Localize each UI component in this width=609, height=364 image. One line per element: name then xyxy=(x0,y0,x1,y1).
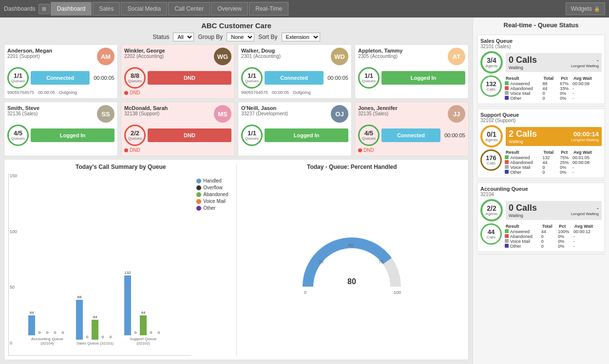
calls-label: Calls xyxy=(487,161,495,165)
call-details: 9905576457500:00:05Outgoing xyxy=(241,90,348,95)
agent-name: Jones, Jennifer xyxy=(358,105,398,111)
bar-chart-panel: Today's Call Summary by Queue 150 100 50… xyxy=(8,164,233,356)
agent-avatar: AT xyxy=(448,48,465,65)
queue-circle: 1/1 Queues xyxy=(7,67,29,89)
agent-card: Winkler, George 2202 (Accounting) WG 8/8… xyxy=(121,44,235,99)
calls-banner: 2 Calls Waiting 00:00:14 Longest Waiting xyxy=(506,127,602,146)
status-badge: Logged In xyxy=(31,128,114,142)
agents-circle: 0/1 Agents xyxy=(480,125,503,147)
queue-circle: 1/1 Queues xyxy=(358,67,380,89)
status-badge: Connected xyxy=(31,71,90,85)
nav-tab-sales[interactable]: Sales xyxy=(93,2,120,16)
queue-circle: 4/5 Queues xyxy=(7,125,29,146)
gauge-chart-title: Today - Queue: Percent Handled xyxy=(240,164,465,170)
bar-chart-title: Today's Call Summary by Queue xyxy=(8,164,233,170)
total-calls: 132 xyxy=(486,81,496,87)
queue-circle: 1/1 Queues xyxy=(241,125,263,146)
agents-label: Agents xyxy=(486,64,498,68)
status-select[interactable]: All xyxy=(173,33,194,41)
widgets-button[interactable]: Widgets 🔒 xyxy=(566,2,605,15)
agent-name: Appleton, Tammy xyxy=(358,48,402,54)
bar-group-label: Support Queue (32102) xyxy=(124,337,163,346)
lock-icon: 🔒 xyxy=(594,6,600,12)
longest-waiting-label: Longest Waiting xyxy=(571,138,599,142)
call-time: 00:00:05 xyxy=(444,132,465,138)
dnd-dot xyxy=(358,148,362,152)
group-by-select[interactable]: None xyxy=(227,33,254,41)
queue-number: 1/1 xyxy=(247,73,256,79)
queue-card-name: Sales Queue xyxy=(480,38,602,44)
bar-value: 132 xyxy=(124,271,131,275)
queue-label: Queues xyxy=(11,79,25,83)
bar-group-bars: 13204400 xyxy=(124,262,162,335)
agent-info: Winkler, George 2202 (Accounting) xyxy=(124,48,165,59)
agent-status-row: 2/2 Queues DND xyxy=(124,125,231,146)
agent-avatar: MS xyxy=(214,105,231,123)
queue-label: Queues xyxy=(128,79,142,83)
status-badge: Logged In xyxy=(381,71,465,85)
agent-ext: 32138 (Support) xyxy=(124,111,168,116)
nav-tabs: DashboardSalesSocial MediaCall CenterOve… xyxy=(51,2,288,16)
svg-text:25: 25 xyxy=(319,259,324,264)
longest-waiting-time: - xyxy=(571,56,599,64)
queue-divider xyxy=(477,180,605,181)
agent-status-row: 1/1 Queues Connected 00:00:05 xyxy=(7,67,114,89)
bar-value: 44 xyxy=(30,310,34,315)
calls-waiting-count: 2 Calls xyxy=(509,129,537,139)
agent-ext: 2201 (Support) xyxy=(7,54,52,59)
agent-status-row: 1/1 Queues Logged In xyxy=(241,125,348,146)
nav-tab-dashboard[interactable]: Dashboard xyxy=(51,2,92,16)
call-details: 9905576457500:00:05Outgoing xyxy=(7,90,114,95)
bar-value: 0 xyxy=(46,330,48,335)
bar-value: 0 xyxy=(62,330,64,335)
y-axis: 150 100 50 0 xyxy=(10,173,17,346)
calls-waiting-label: Waiting xyxy=(509,213,537,218)
calls-label: Calls xyxy=(487,87,495,91)
charts-divider xyxy=(236,164,237,356)
queue-divider xyxy=(477,254,605,255)
dnd-indicator: DND xyxy=(124,147,231,153)
agent-header: Appleton, Tammy 2305 (Accounting) AT xyxy=(358,48,465,65)
queue-number: 1/1 xyxy=(247,130,256,136)
status-label: Status xyxy=(152,34,169,40)
page-title: ABC Customer Care xyxy=(4,21,469,30)
queue-circle: 8/8 Queues xyxy=(124,67,146,89)
queue-label: Queues xyxy=(11,136,25,141)
stat-color xyxy=(505,155,509,159)
dnd-indicator: DND xyxy=(358,147,465,153)
bar-value: 0 xyxy=(54,330,56,335)
agent-name: Anderson, Megan xyxy=(7,48,52,54)
queue-label: Queues xyxy=(245,79,259,83)
sort-by-select[interactable]: Extension xyxy=(282,33,320,41)
dashboard-icon-btn[interactable]: ⊞ xyxy=(38,4,50,14)
stat-row: Voice Mail 0 0% - xyxy=(505,165,602,170)
svg-text:0: 0 xyxy=(304,290,306,295)
agent-info: Jones, Jennifer 32135 (Sales) xyxy=(358,105,398,116)
bar xyxy=(92,320,98,340)
calls-waiting-label: Waiting xyxy=(509,139,537,144)
queue-number: 4/5 xyxy=(14,130,22,136)
stat-color xyxy=(505,91,509,95)
queue-card-name: Support Queue xyxy=(480,112,602,118)
total-calls: 176 xyxy=(486,155,496,161)
agent-info: Appleton, Tammy 2305 (Accounting) xyxy=(358,48,402,59)
agents-label: Agents xyxy=(486,138,498,142)
stat-color xyxy=(505,96,509,100)
bar-value: 0 xyxy=(38,330,40,335)
stat-row: Voice Mail 0 0% - xyxy=(505,91,602,96)
bar-value: 88 xyxy=(77,295,82,299)
nav-tab-call-center[interactable]: Call Center xyxy=(168,2,210,16)
agent-header: McDonald, Sarah 32138 (Support) MS xyxy=(124,105,231,123)
agent-header: Jones, Jennifer 32135 (Sales) JJ xyxy=(358,105,465,123)
stats-table: Result Total Pct Avg Wait Answered 132 7… xyxy=(505,149,602,175)
agents-grid: Anderson, Megan 2201 (Support) AM 1/1 Qu… xyxy=(4,44,469,156)
nav-tab-social-media[interactable]: Social Media xyxy=(121,2,167,16)
bar-value: 44 xyxy=(141,310,146,315)
right-panel: Real-time - Queue Status Sales Queue 321… xyxy=(473,18,609,364)
bar-item: 44 xyxy=(28,262,35,335)
nav-tab-overview[interactable]: Overview xyxy=(211,2,248,16)
agent-info: McDonald, Sarah 32138 (Support) xyxy=(124,105,168,116)
svg-text:80: 80 xyxy=(347,277,356,286)
nav-tab-real-time[interactable]: Real-Time xyxy=(249,2,288,16)
calls-waiting-count: 0 Calls xyxy=(509,203,537,213)
